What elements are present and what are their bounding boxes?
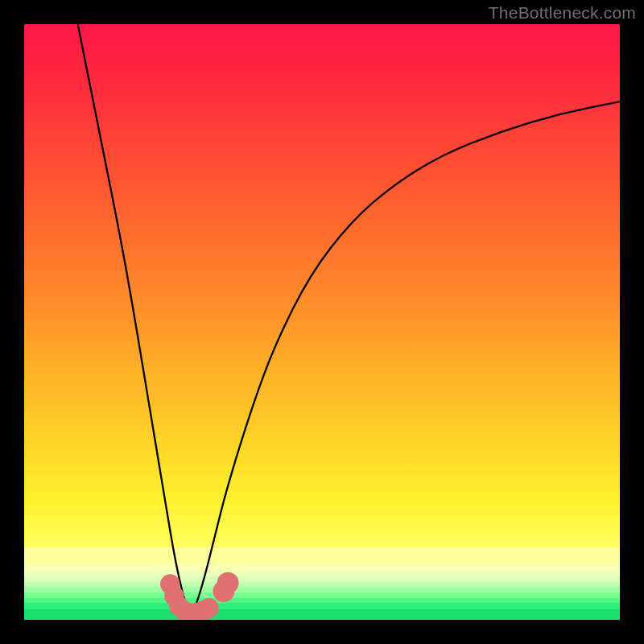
gradient-band xyxy=(24,609,620,620)
gradient-band xyxy=(24,547,620,564)
chart-frame: TheBottleneck.com xyxy=(0,0,644,644)
gradient-band xyxy=(24,603,620,609)
gradient-band xyxy=(24,571,620,576)
gradient-band xyxy=(24,564,620,571)
background-gradient xyxy=(24,24,620,620)
gradient-band xyxy=(24,592,620,598)
gradient-band xyxy=(24,587,620,592)
gradient-band xyxy=(24,576,620,582)
gradient-band xyxy=(24,598,620,604)
plot-area xyxy=(24,24,620,620)
watermark-text: TheBottleneck.com xyxy=(489,3,636,23)
gradient-band xyxy=(24,582,620,588)
